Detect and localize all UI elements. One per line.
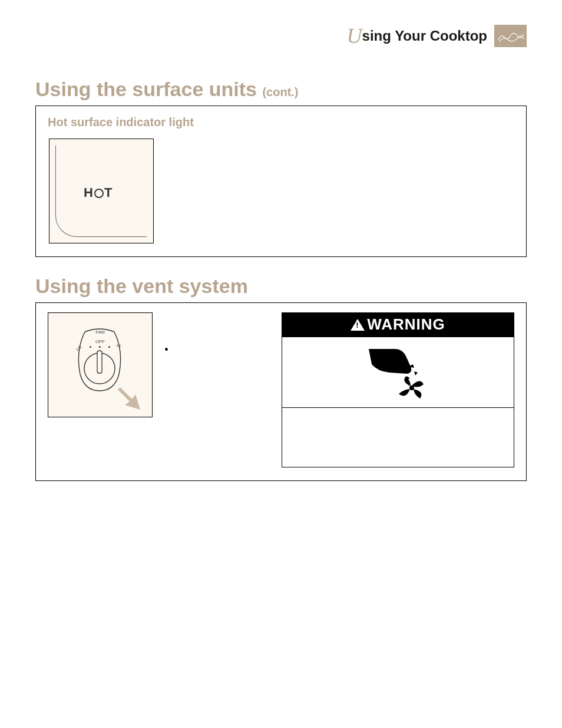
surface-units-box: Hot surface indicator light H T bbox=[35, 106, 527, 257]
fan-knob-diagram: FAN OFF LO HI bbox=[48, 312, 153, 417]
heading-text: Using the surface units bbox=[35, 78, 257, 100]
section-heading-surface-units: Using the surface units (cont.) bbox=[35, 78, 527, 101]
svg-rect-1 bbox=[97, 351, 102, 373]
section-heading-vent-system: Using the vent system bbox=[35, 275, 527, 298]
warning-triangle-icon bbox=[351, 319, 365, 331]
warning-header: WARNING bbox=[282, 313, 514, 337]
hot-t: T bbox=[104, 185, 113, 200]
warning-text-area bbox=[282, 408, 514, 467]
hand-fan-hazard-icon bbox=[366, 343, 431, 402]
hot-o-icon bbox=[94, 189, 104, 198]
hot-surface-diagram: H T bbox=[49, 139, 154, 243]
hot-indicator-label: H T bbox=[84, 185, 113, 200]
arrow-down-right-icon bbox=[117, 384, 144, 411]
title-rest: sing Your Cooktop bbox=[362, 28, 487, 44]
page-title: Using Your Cooktop bbox=[347, 24, 487, 48]
vent-row: FAN OFF LO HI • WARNING bbox=[48, 312, 514, 467]
knob-icon bbox=[73, 327, 126, 392]
bullet-point: • bbox=[164, 312, 176, 357]
vent-system-box: FAN OFF LO HI • WARNING bbox=[35, 302, 527, 481]
title-script-letter: U bbox=[347, 24, 362, 48]
heading-cont: (cont.) bbox=[262, 85, 298, 98]
warning-label: WARNING bbox=[367, 315, 445, 334]
warning-graphic-area bbox=[282, 337, 514, 408]
hot-h: H bbox=[84, 185, 94, 200]
warning-box: WARNING bbox=[282, 312, 514, 467]
brand-logo bbox=[494, 25, 527, 47]
page-header: Using Your Cooktop bbox=[35, 24, 527, 48]
sub-heading-hot-indicator: Hot surface indicator light bbox=[48, 116, 514, 129]
signature-icon bbox=[497, 27, 525, 45]
